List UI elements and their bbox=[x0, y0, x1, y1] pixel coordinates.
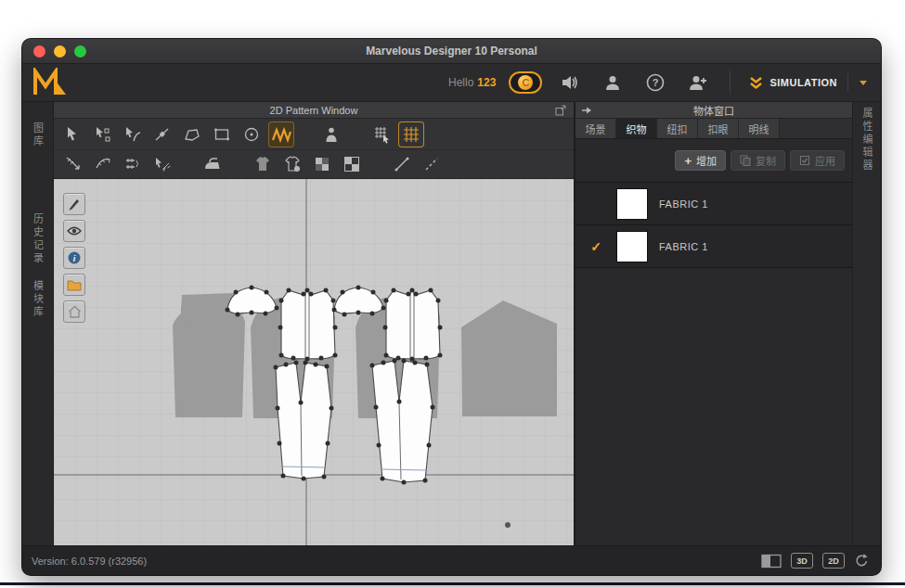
apply-fabric-button[interactable]: 应用 bbox=[790, 150, 845, 171]
info-button[interactable]: i bbox=[63, 247, 85, 269]
pattern-toolbar-row1 bbox=[54, 119, 574, 150]
transform-pattern-tool[interactable] bbox=[61, 122, 85, 147]
view-2d-button[interactable]: 2D bbox=[822, 553, 845, 569]
collapse-panel-button[interactable] bbox=[581, 106, 592, 115]
coin-icon: C bbox=[518, 75, 533, 90]
tab-scene[interactable]: 场景 bbox=[575, 119, 616, 138]
object-panel-title: 物体窗口 bbox=[693, 103, 734, 118]
texture-checker-tool[interactable] bbox=[310, 152, 334, 176]
show-avatar-tool[interactable] bbox=[319, 122, 343, 147]
tab-button[interactable]: 纽扣 bbox=[657, 119, 698, 138]
plus-icon: + bbox=[684, 155, 692, 167]
help-button[interactable]: ? bbox=[644, 71, 666, 94]
garment-edit-tool[interactable] bbox=[280, 152, 304, 176]
pattern-canvas[interactable]: i bbox=[54, 179, 574, 545]
app-window: Marvelous Designer 10 Personal Hello123 … bbox=[22, 39, 881, 575]
marvelous-designer-logo-icon bbox=[32, 68, 67, 97]
copy-fabric-button[interactable]: 复制 bbox=[730, 150, 785, 171]
right-dock-rail: 属性编辑器 bbox=[852, 102, 881, 545]
internal-line-tool[interactable] bbox=[390, 152, 414, 176]
top-toolbar: Hello123 C ? bbox=[22, 64, 881, 102]
info-icon: i bbox=[67, 250, 82, 265]
undock-panel-button[interactable] bbox=[555, 105, 566, 116]
sidebar-tab-library[interactable]: 图库 bbox=[31, 122, 45, 148]
basting-line-tool[interactable] bbox=[420, 152, 444, 176]
tab-topstitch[interactable]: 明线 bbox=[739, 119, 780, 138]
tab-fabric[interactable]: 织物 bbox=[616, 119, 657, 138]
add-fabric-button[interactable]: + 增加 bbox=[675, 150, 726, 171]
coin-balance-button[interactable]: C bbox=[509, 71, 542, 94]
pattern-canvas-svg[interactable] bbox=[54, 179, 574, 545]
view-3d-button[interactable]: 3D bbox=[791, 553, 813, 569]
fabric-swatch[interactable] bbox=[616, 231, 648, 262]
object-window-panel: 物体窗口 场景 织物 纽扣 扣眼 明线 + 增加 复制 bbox=[575, 102, 852, 545]
pattern-2d-panel: 2D Pattern Window bbox=[54, 102, 574, 545]
edit-sewing-tool[interactable] bbox=[150, 152, 175, 176]
garment-tool[interactable] bbox=[251, 152, 275, 176]
greeting-text: Hello123 bbox=[448, 76, 496, 89]
refresh-icon[interactable] bbox=[854, 553, 870, 569]
edit-curvature-tool[interactable] bbox=[121, 122, 145, 147]
pattern-panel-title: 2D Pattern Window bbox=[270, 105, 358, 116]
toolbar-separator bbox=[730, 70, 730, 95]
help-icon: ? bbox=[646, 73, 665, 92]
status-bar: Version: 6.0.579 (r32956) 3D 2D bbox=[22, 545, 881, 575]
simulation-button[interactable]: SIMULATION bbox=[743, 70, 873, 96]
pattern-piece-pants-right bbox=[372, 361, 433, 482]
simulate-chevrons-icon bbox=[749, 76, 763, 90]
texture-folder-button[interactable] bbox=[63, 274, 85, 296]
fabric-actions: + 增加 复制 应用 bbox=[575, 139, 852, 171]
add-fabric-label: 增加 bbox=[696, 153, 717, 168]
tab-buttonhole[interactable]: 扣眼 bbox=[698, 119, 739, 138]
iron-tool[interactable] bbox=[200, 152, 225, 176]
close-window-button[interactable] bbox=[33, 45, 45, 58]
fabric-name: FABRIC 1 bbox=[659, 198, 708, 210]
segment-sewing-tool[interactable] bbox=[61, 152, 85, 176]
pen-icon bbox=[67, 197, 82, 211]
add-point-tool[interactable] bbox=[150, 122, 175, 147]
simulation-separator bbox=[847, 73, 848, 92]
stray-point[interactable] bbox=[505, 522, 511, 528]
home-lock-button[interactable] bbox=[63, 300, 85, 323]
account-button[interactable] bbox=[601, 71, 624, 94]
grid-cursor-tool[interactable] bbox=[369, 122, 394, 147]
popout-icon bbox=[555, 105, 566, 116]
pattern-panel-header: 2D Pattern Window bbox=[54, 102, 574, 119]
polygon-tool[interactable] bbox=[180, 122, 204, 147]
split-view-icon[interactable] bbox=[761, 554, 782, 569]
edit-pattern-tool[interactable] bbox=[91, 122, 115, 147]
rectangle-tool[interactable] bbox=[210, 122, 234, 147]
object-panel-header: 物体窗口 bbox=[575, 102, 852, 119]
show-hide-button[interactable] bbox=[63, 220, 85, 242]
object-tabs: 场景 织物 纽扣 扣眼 明线 bbox=[575, 119, 852, 139]
fabric-name: FABRIC 1 bbox=[659, 241, 708, 252]
desktop-edge bbox=[0, 582, 905, 585]
texture-checker-edit-tool[interactable] bbox=[340, 152, 364, 176]
sound-button[interactable] bbox=[559, 71, 581, 94]
grid-snap-tool[interactable] bbox=[399, 122, 423, 147]
main-area: 图库 历史记录 模块库 2D Pattern Window bbox=[22, 102, 881, 545]
free-sewing-tool[interactable] bbox=[91, 152, 115, 176]
mn-sewing-tool[interactable] bbox=[121, 152, 145, 176]
house-icon bbox=[68, 305, 82, 318]
dropdown-caret-icon[interactable] bbox=[859, 80, 868, 86]
selected-check-icon: ✓ bbox=[575, 239, 616, 254]
pattern-toolbar-row2 bbox=[54, 150, 574, 179]
sidebar-tab-property-editor[interactable]: 属性编辑器 bbox=[860, 108, 874, 545]
traffic-lights bbox=[33, 45, 86, 58]
pen-view-button[interactable] bbox=[63, 193, 85, 215]
add-avatar-button[interactable] bbox=[687, 71, 709, 94]
minimize-window-button[interactable] bbox=[54, 45, 66, 58]
fabric-list-item[interactable]: FABRIC 1 bbox=[575, 183, 852, 225]
fabric-swatch[interactable] bbox=[616, 188, 648, 220]
window-title: Marvelous Designer 10 Personal bbox=[366, 45, 537, 58]
pleats-tool[interactable] bbox=[269, 122, 293, 147]
pattern-piece-vest-right bbox=[386, 290, 440, 359]
copy-icon bbox=[740, 155, 751, 166]
sidebar-tab-history[interactable]: 历史记录 bbox=[31, 213, 45, 265]
fabric-list-item-selected[interactable]: ✓ FABRIC 1 bbox=[575, 225, 852, 268]
circle-tool[interactable] bbox=[239, 122, 264, 147]
sidebar-tab-modules[interactable]: 模块库 bbox=[31, 280, 45, 319]
zoom-window-button[interactable] bbox=[74, 45, 86, 58]
simulation-label: SIMULATION bbox=[769, 77, 837, 88]
